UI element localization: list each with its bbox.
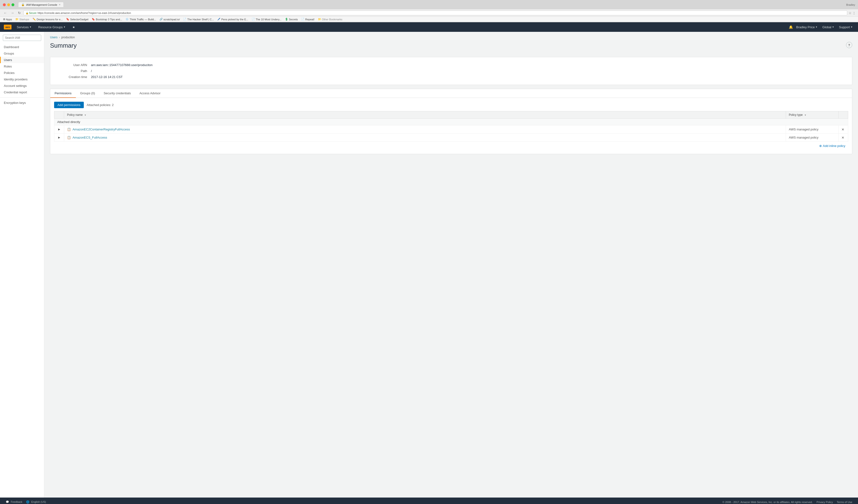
resource-groups-chevron: ▼ — [63, 26, 66, 28]
minimize-dot[interactable] — [7, 3, 10, 6]
browser-chrome: 🔒 IAM Management Console ✕ Bradley ← → ↻… — [0, 0, 858, 22]
bookmark-other[interactable]: 📁 Other Bookmarks — [317, 17, 343, 21]
add-inline-policy-link[interactable]: ⊕ Add inline policy — [819, 144, 845, 148]
summary-table: User ARN arn:aws:iam::154477107666:user/… — [55, 62, 847, 80]
creation-row: Creation time 2017-12-16 14:21 CST — [55, 74, 847, 80]
main-content: Users › produciton Summary ? User ARN ar… — [44, 32, 858, 498]
star-icon[interactable]: ☆ — [849, 11, 852, 15]
browser-navigation: ← → ↻ 🔒 Secure https://console.aws.amazo… — [0, 9, 858, 17]
bookmark-hacker[interactable]: 📄 The Hacker Shelf | C... — [182, 17, 214, 21]
tab-groups[interactable]: Groups (0) — [76, 89, 99, 98]
bookmark-pens[interactable]: 🖊️ Pens picked by the E... — [217, 17, 249, 21]
tab-security-credentials[interactable]: Security credentials — [99, 89, 135, 98]
close-dot[interactable] — [3, 3, 6, 6]
bookmark-apps[interactable]: ⊞ Apps — [2, 17, 13, 21]
user-menu[interactable]: Bradley Price ▼ — [795, 25, 819, 30]
breadcrumb: Users › produciton — [50, 36, 852, 39]
resource-groups-menu[interactable]: Resource Groups ▼ — [37, 25, 67, 30]
aws-logo[interactable]: aws — [4, 25, 12, 29]
policy-table-body: Attached directly ▶ 📋 AmazonEC2Container… — [54, 119, 848, 142]
more-icon[interactable]: ⋮ — [853, 11, 856, 15]
help-button[interactable]: ? — [846, 42, 852, 48]
summary-panel: User ARN arn:aws:iam::154477107666:user/… — [50, 57, 852, 85]
back-button[interactable]: ← — [2, 11, 8, 15]
sidebar-item-identity-providers[interactable]: Identity providers — [0, 76, 44, 83]
bookmark-bootstrap[interactable]: 🔖 Bootstrap 3 Tips and... — [91, 17, 123, 21]
sidebar-item-policies[interactable]: Policies — [0, 70, 44, 76]
row1-expand-button[interactable]: ▶ — [57, 127, 61, 131]
terms-of-use-link[interactable]: Terms of Use — [837, 501, 852, 504]
row2-policy-name-link[interactable]: AmazonECS_FullAccess — [73, 136, 107, 139]
row1-policy-name-link[interactable]: AmazonEC2ContainerRegistryFullAccess — [73, 128, 130, 131]
row1-remove-button[interactable]: ✕ — [841, 128, 844, 131]
support-chevron: ▼ — [851, 26, 853, 28]
browser-tab[interactable]: 🔒 IAM Management Console ✕ — [18, 2, 64, 7]
bookmark-think[interactable]: ❄️ Think Traffic — Build... — [125, 17, 157, 21]
policy-icon-2: 📋 — [67, 136, 71, 139]
tab-permissions[interactable]: Permissions — [50, 89, 76, 98]
add-permissions-button[interactable]: Add permissions — [54, 102, 84, 108]
section-header-row: Attached directly — [54, 119, 848, 125]
refresh-button[interactable]: ↻ — [17, 11, 22, 15]
language-selector[interactable]: 🌐 English (US) — [26, 500, 46, 504]
path-value: / — [91, 69, 92, 73]
bookmark-secrets[interactable]: 💲 Secrets — [284, 17, 299, 21]
attached-count-label: Attached policies: 2 — [87, 103, 114, 107]
sidebar-item-credential-report[interactable]: Credential report — [0, 89, 44, 96]
sidebar-item-account-settings[interactable]: Account settings — [0, 83, 44, 89]
row2-expand-button[interactable]: ▶ — [57, 135, 61, 140]
tab-bar: 🔒 IAM Management Console ✕ — [18, 2, 844, 7]
bookmarks-bar: ⊞ Apps 📁 Startups ✏️ Design lessons for … — [0, 17, 858, 22]
breadcrumb-users-link[interactable]: Users — [50, 36, 58, 39]
sidebar-wrapper: Dashboard Groups Users Roles Policies Id… — [0, 32, 44, 498]
policy-table-header: Policy name ▼ Policy type ▼ — [54, 111, 848, 119]
bookmark-scratchpad[interactable]: 🔗 scratchpad.io/ — [159, 17, 180, 21]
bookmark-selector[interactable]: 🔖 SelectorGadget — [65, 17, 89, 21]
notifications-bell[interactable]: 🔔 — [789, 25, 793, 29]
col-policy-name-header[interactable]: Policy name ▼ — [64, 111, 786, 119]
nav-icon-group: ☆ ⋮ — [849, 11, 856, 15]
sidebar-divider — [0, 97, 44, 98]
maximize-dot[interactable] — [12, 3, 14, 6]
col-policy-type-header[interactable]: Policy type ▼ — [786, 111, 839, 119]
address-bar[interactable]: 🔒 Secure https://console.aws.amazon.com/… — [23, 11, 847, 15]
region-menu[interactable]: Global ▼ — [821, 25, 836, 30]
sidebar-item-groups[interactable]: Groups — [0, 50, 44, 57]
add-inline-container: ⊕ Add inline policy — [54, 142, 848, 150]
permissions-toolbar: Add permissions Attached policies: 2 — [54, 102, 848, 108]
support-label: Support — [839, 26, 850, 29]
footer: 💬 Feedback 🌐 English (US) © 2008 - 2017,… — [0, 498, 858, 504]
path-row: Path / — [55, 68, 847, 74]
search-input[interactable] — [3, 35, 41, 41]
breadcrumb-current: produciton — [61, 36, 75, 39]
privacy-policy-link[interactable]: Privacy Policy — [816, 501, 833, 504]
sidebar-item-roles[interactable]: Roles — [0, 63, 44, 70]
browser-user-name: Bradley — [846, 3, 855, 6]
sidebar-item-encryption-keys[interactable]: Encryption keys — [0, 100, 44, 106]
feedback-link[interactable]: 💬 Feedback — [6, 500, 22, 504]
row1-expand-cell: ▶ — [54, 125, 64, 133]
bookmark-repeat[interactable]: 📄 Repeat! — [300, 17, 315, 21]
sidebar-nav: Dashboard Groups Users Roles Policies Id… — [0, 44, 44, 96]
star-favorites[interactable]: ★ — [71, 25, 77, 30]
creation-value: 2017-12-16 14:21 CST — [91, 75, 123, 79]
window-controls — [3, 3, 14, 6]
bookmark-design[interactable]: ✏️ Design lessons for e... — [32, 17, 63, 21]
bookmark-10most[interactable]: 📄 The 10 Most Underу... — [251, 17, 282, 21]
row1-policy-type-cell: AWS managed policy — [786, 125, 839, 133]
page-layout: Dashboard Groups Users Roles Policies Id… — [0, 32, 858, 498]
support-menu[interactable]: Support ▼ — [838, 25, 854, 30]
tab-close-button[interactable]: ✕ — [59, 3, 61, 6]
services-menu[interactable]: Services ▼ — [15, 25, 33, 30]
sidebar-item-users[interactable]: Users — [0, 57, 44, 63]
footer-right: © 2008 - 2017, Amazon Web Services, Inc.… — [722, 501, 852, 504]
permissions-tab-content: Add permissions Attached policies: 2 Pol… — [50, 98, 852, 154]
forward-button[interactable]: → — [10, 11, 15, 15]
row2-remove-button[interactable]: ✕ — [841, 136, 844, 140]
sidebar-item-dashboard[interactable]: Dashboard — [0, 44, 44, 50]
row1-policy-name-cell: 📋 AmazonEC2ContainerRegistryFullAccess — [64, 125, 786, 133]
tab-access-advisor[interactable]: Access Advisor — [135, 89, 165, 98]
bookmark-startups[interactable]: 📁 Startups — [15, 17, 30, 21]
services-label: Services — [17, 26, 29, 29]
user-label: Bradley Price — [796, 26, 815, 29]
